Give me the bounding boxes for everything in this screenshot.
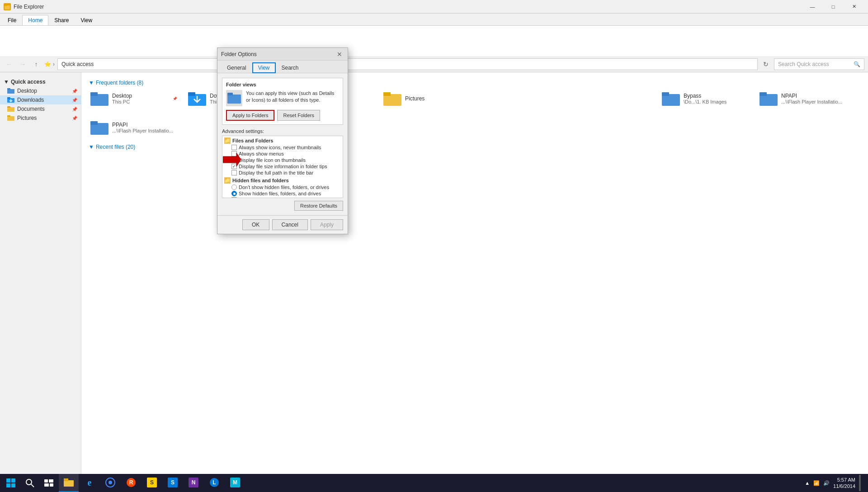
dialog-close-button[interactable]: ✕ — [335, 50, 344, 59]
sidebar-item-pictures[interactable]: Pictures 📌 — [0, 114, 81, 123]
taskbar-app-chrome[interactable] — [100, 474, 120, 492]
cb-display-file-size[interactable] — [231, 164, 237, 169]
address-path[interactable]: Quick access — [57, 58, 758, 70]
taskbar-app-ie[interactable]: e — [80, 474, 99, 492]
taskbar-system-tray: ▲ — [805, 480, 810, 486]
taskbar-time-value: 5:57 AM — [833, 477, 855, 483]
svg-rect-36 — [50, 483, 53, 487]
maximize-button[interactable]: □ — [823, 0, 844, 14]
taskbar-show-desktop[interactable] — [859, 475, 861, 491]
taskbar-right: ▲ 📶 🔊 5:57 AM 11/6/2014 — [805, 475, 866, 491]
search-box[interactable]: Search Quick access 🔍 — [774, 58, 864, 70]
restore-defaults-button[interactable]: Restore Defaults — [294, 201, 343, 211]
close-button[interactable]: ✕ — [844, 0, 864, 14]
sidebar-item-downloads[interactable]: Downloads 📌 — [0, 95, 81, 104]
folder-item-pictures[interactable]: Pictures — [382, 90, 472, 108]
folder-item-npapi[interactable]: NPAPI ...\\Flash Player Installatio... — [758, 90, 848, 108]
file-explorer-icon — [4, 3, 11, 10]
svg-rect-25 — [227, 93, 233, 95]
cancel-button[interactable]: Cancel — [272, 219, 308, 230]
dialog-tab-view[interactable]: View — [252, 62, 276, 73]
svg-rect-9 — [7, 115, 10, 117]
dialog-title: Folder Options — [221, 51, 257, 57]
ok-button[interactable]: OK — [242, 219, 269, 230]
up-button[interactable]: ↑ — [31, 59, 42, 70]
advanced-title: Advanced settings: — [222, 128, 343, 134]
setting-display-file-size[interactable]: Display file size information in folder … — [223, 163, 342, 170]
tab-view[interactable]: View — [75, 15, 98, 25]
svg-rect-17 — [383, 92, 391, 96]
sidebar-pictures-label: Pictures — [17, 115, 37, 121]
tab-home[interactable]: Home — [22, 15, 48, 25]
svg-rect-0 — [5, 5, 10, 9]
taskbar-app-app4[interactable]: R — [121, 474, 141, 492]
taskbar-taskview-button[interactable] — [40, 474, 58, 492]
search-icon: 🔍 — [854, 61, 860, 67]
main-layout: ▼ Quick access Desktop 📌 Downloads 📌 Doc… — [0, 72, 868, 478]
ribbon-content — [0, 25, 868, 56]
search-placeholder: Search Quick access — [778, 61, 829, 67]
folder-info-bypass: Bypass \Do...\1. KB Images — [684, 93, 749, 104]
setting-display-full-path[interactable]: Display the full path in the title bar — [223, 170, 342, 176]
apply-to-folders-button[interactable]: Apply to Folders — [226, 110, 274, 121]
start-button[interactable] — [2, 474, 20, 492]
cb-display-full-path[interactable] — [231, 170, 237, 175]
tab-share[interactable]: Share — [48, 15, 75, 25]
window-title: File Explorer — [14, 4, 44, 10]
taskbar-search-button[interactable] — [21, 474, 39, 492]
setting-always-show-icons[interactable]: Always show icons, never thumbnails — [223, 144, 342, 151]
cb-always-show-icons[interactable] — [231, 145, 237, 150]
rb-dont-show-hidden[interactable] — [231, 184, 237, 190]
pin-icon-desktop-grid: 📌 — [173, 97, 177, 101]
tab-file[interactable]: File — [2, 15, 22, 25]
cb-hide-empty-drives[interactable] — [231, 197, 237, 198]
svg-rect-29 — [6, 483, 10, 487]
rb-show-hidden[interactable] — [231, 191, 237, 196]
sidebar-item-desktop[interactable]: Desktop 📌 — [0, 86, 81, 95]
svg-text:S: S — [150, 479, 154, 486]
taskbar-app-app9[interactable]: M — [225, 474, 245, 492]
settings-list[interactable]: 📁 Files and Folders Always show icons, n… — [222, 136, 343, 198]
taskbar-app-app7[interactable]: N — [184, 474, 203, 492]
taskbar-app-fileexplorer[interactable] — [59, 474, 79, 492]
svg-point-40 — [108, 481, 112, 484]
folder-item-desktop[interactable]: Desktop This PC 📌 — [89, 90, 179, 108]
folder-item-ppapi[interactable]: PPAPI ...\\Flash Player Installatio... — [89, 118, 179, 137]
svg-text:S: S — [171, 479, 175, 486]
advanced-section: Advanced settings: 📁 Files and Folders A… — [222, 128, 343, 198]
sidebar-section-label: Quick access — [11, 79, 46, 85]
sidebar-item-documents[interactable]: Documents 📌 — [0, 104, 81, 114]
forward-button[interactable]: → — [17, 59, 28, 70]
taskbar-app-app8[interactable]: L — [204, 474, 224, 492]
setting-always-show-menus[interactable]: Always show menus — [223, 151, 342, 157]
taskbar-date-value: 11/6/2014 — [833, 483, 855, 489]
taskbar-app-app5[interactable]: S — [142, 474, 162, 492]
svg-rect-2 — [7, 89, 14, 94]
minimize-button[interactable]: — — [802, 0, 823, 14]
folder-item-bypass[interactable]: Bypass \Do...\1. KB Images — [660, 90, 750, 108]
sidebar-quick-access[interactable]: ▼ Quick access — [0, 76, 81, 86]
dialog-tab-search[interactable]: Search — [276, 62, 305, 73]
setting-dont-show-hidden[interactable]: Don't show hidden files, folders, or dri… — [223, 184, 342, 190]
svg-rect-37 — [64, 480, 74, 487]
cb-always-show-menus[interactable] — [231, 151, 237, 156]
address-bar: ← → ↑ ⭐ › Quick access ↻ Search Quick ac… — [0, 56, 868, 72]
svg-line-32 — [31, 484, 34, 487]
apply-button[interactable]: Apply — [311, 219, 343, 230]
reset-folders-button[interactable]: Reset Folders — [277, 110, 320, 121]
svg-rect-6 — [7, 107, 14, 112]
hidden-group-icon: 📁 — [224, 177, 231, 184]
taskbar-clock: 5:57 AM 11/6/2014 — [833, 477, 855, 490]
svg-text:N: N — [192, 479, 196, 486]
setting-display-file-icon[interactable]: Display file icon on thumbnails — [223, 157, 342, 163]
cb-display-file-icon[interactable] — [231, 157, 237, 163]
taskbar-app-app6[interactable]: S — [163, 474, 183, 492]
title-bar-left: File Explorer — [4, 3, 44, 10]
setting-show-hidden[interactable]: Show hidden files, folders, and drives — [223, 190, 342, 197]
dialog-tab-general[interactable]: General — [221, 62, 252, 73]
refresh-button[interactable]: ↻ — [760, 59, 771, 70]
folder-views-buttons: Apply to Folders Reset Folders — [226, 110, 339, 121]
setting-hide-empty-drives[interactable]: Hide empty drives — [223, 197, 342, 198]
back-button[interactable]: ← — [4, 59, 14, 70]
svg-rect-24 — [227, 95, 241, 104]
